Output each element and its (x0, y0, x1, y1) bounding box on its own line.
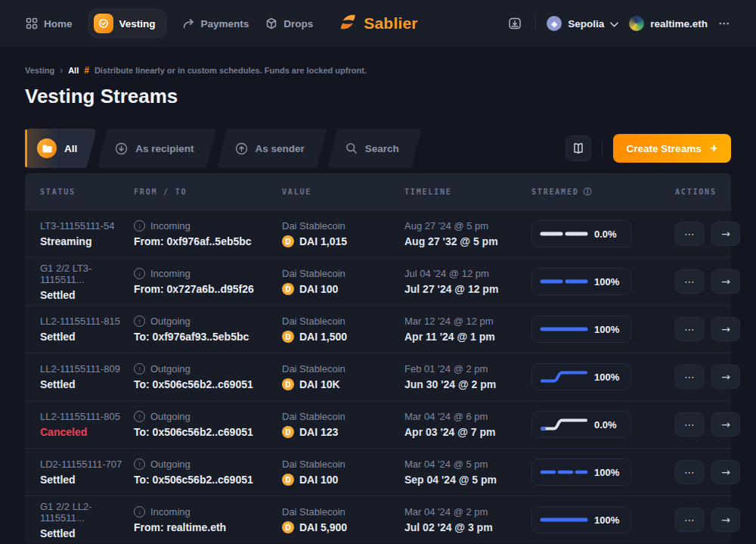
streamed-cell: 100% (531, 316, 649, 343)
from-to-cell: ↑ Outgoing To: 0x506c56b2..c69051 (134, 411, 282, 438)
tab-search[interactable]: Search (327, 129, 422, 168)
create-streams-button[interactable]: Create Streams + (613, 134, 731, 163)
value-cell: Dai Stablecoin D DAI 123 (282, 411, 404, 438)
end-time: Jul 02 '24 @ 3 pm (404, 521, 531, 533)
docs-book-icon[interactable] (565, 135, 591, 161)
status-cell: G1 2/2 LT3-1115511... Settled (40, 263, 134, 301)
timeline-cell: Mar 04 '24 @ 2 pm Jul 02 '24 @ 3 pm (404, 506, 531, 533)
nav-item-vesting[interactable]: Vesting (89, 10, 166, 37)
direction-icon: ↑ (134, 411, 145, 422)
app-root: Home Vesting Payments (0, 0, 756, 544)
row-open-button[interactable]: → (711, 269, 740, 294)
counterparty: To: 0xf976af93..5eb5bc (134, 331, 282, 343)
row-open-button[interactable]: → (711, 222, 740, 246)
timeline-cell: Jul 04 '24 @ 12 pm Jul 27 '24 @ 12 pm (404, 268, 531, 295)
main-content: Vesting › All # Distribute linearly or i… (0, 65, 756, 543)
col-from-to: FROM / TO (134, 188, 282, 196)
nav-links: Home Vesting Payments (26, 10, 313, 37)
row-more-button[interactable]: ⋯ (675, 269, 704, 294)
account-menu[interactable]: realtime.eth (629, 16, 708, 31)
token-amount: DAI 100 (299, 283, 338, 295)
stream-id: LT3-11155111-54 (40, 220, 134, 232)
nav-item-payments[interactable]: Payments (182, 18, 249, 30)
sablier-logo[interactable]: Sablier (338, 12, 417, 35)
row-more-button[interactable]: ⋯ (675, 365, 704, 389)
direction-label: Outgoing (150, 459, 191, 470)
start-time: Jul 04 '24 @ 12 pm (404, 268, 531, 279)
more-options-icon[interactable]: ⋯ (718, 17, 730, 30)
end-time: Jul 27 '24 @ 12 pm (404, 283, 531, 295)
streamed-cell: 0.0% (531, 411, 649, 438)
top-navbar: Home Vesting Payments (0, 0, 756, 47)
row-open-button[interactable]: → (711, 460, 740, 484)
row-more-button[interactable]: ⋯ (675, 508, 704, 532)
plus-icon: + (711, 141, 717, 155)
from-to-cell: ↓ Incoming From: 0x727a6b..d95f26 (134, 268, 282, 295)
value-cell: Dai Stablecoin D DAI 1,015 (282, 220, 404, 247)
token-amount: DAI 10K (299, 378, 340, 390)
actions-cell: ⋯ → (675, 460, 740, 484)
dai-token-icon: D (282, 283, 294, 295)
row-open-button[interactable]: → (711, 317, 740, 341)
tab-as-recipient[interactable]: As recipient (97, 129, 216, 168)
streamed-cell: 100% (531, 459, 649, 486)
breadcrumb-separator-icon: › (60, 65, 63, 76)
row-more-button[interactable]: ⋯ (675, 222, 704, 246)
row-open-button[interactable]: → (711, 365, 740, 389)
nav-item-drops[interactable]: Drops (265, 17, 313, 30)
counterparty: From: realtime.eth (134, 521, 282, 533)
network-selector[interactable]: ◆ Sepolia (547, 16, 618, 31)
nav-item-home[interactable]: Home (26, 17, 73, 30)
streamed-progress: 100% (531, 459, 631, 486)
col-actions: ACTIONS (675, 188, 731, 196)
table-row[interactable]: LT3-11155111-54 Streaming ↓ Incoming Fro… (25, 210, 731, 257)
stream-status: Settled (40, 378, 134, 390)
streamed-percent: 100% (594, 324, 619, 335)
table-row[interactable]: G1 2/2 LT3-1115511... Settled ↓ Incoming… (25, 257, 731, 305)
nav-home-label: Home (44, 18, 73, 30)
table-row[interactable]: LD2-11155111-707 Settled ↑ Outgoing To: … (25, 448, 731, 496)
streamed-progress: 0.0% (531, 220, 631, 247)
tab-all[interactable]: All (25, 129, 97, 168)
arrow-down-circle-icon (115, 142, 128, 155)
start-time: Aug 27 '24 @ 5 pm (404, 220, 531, 232)
row-more-button[interactable]: ⋯ (675, 412, 704, 437)
row-open-button[interactable]: → (711, 412, 740, 437)
streams-table: STATUS FROM / TO VALUE TIMELINE STREAMED… (25, 173, 731, 543)
direction-label: Incoming (150, 506, 191, 518)
end-time: Jun 30 '24 @ 2 pm (404, 378, 531, 390)
row-more-button[interactable]: ⋯ (675, 460, 704, 484)
stream-shape-chart (539, 465, 589, 480)
dai-token-icon: D (282, 235, 294, 247)
timeline-cell: Mar 04 '24 @ 6 pm Apr 03 '24 @ 7 pm (404, 411, 531, 438)
actions-cell: ⋯ → (675, 412, 740, 437)
token-amount: DAI 1,015 (299, 235, 347, 247)
value-cell: Dai Stablecoin D DAI 10K (282, 363, 404, 390)
tab-bar: All As recipient As sender (25, 129, 731, 168)
row-more-button[interactable]: ⋯ (675, 317, 704, 341)
tab-search-label: Search (365, 143, 399, 154)
table-row[interactable]: G1 2/2 LL2-1115511... Settled ↓ Incoming… (25, 496, 731, 543)
row-open-button[interactable]: → (711, 508, 740, 532)
inbox-icon[interactable] (505, 14, 525, 33)
table-row[interactable]: LL2-11155111-805 Canceled ↑ Outgoing To:… (25, 400, 731, 448)
direction-label: Incoming (150, 220, 191, 232)
stream-shape-chart (539, 226, 589, 241)
actions-cell: ⋯ → (675, 508, 740, 532)
actions-cell: ⋯ → (675, 269, 740, 294)
table-row[interactable]: LL2-11155111-809 Settled ↑ Outgoing To: … (25, 353, 731, 400)
breadcrumb-root[interactable]: Vesting (25, 66, 54, 75)
tab-as-sender[interactable]: As sender (217, 129, 327, 168)
streamed-percent: 0.0% (594, 228, 617, 240)
nav-divider (535, 16, 536, 31)
nav-right-controls: ◆ Sepolia realtime.eth ⋯ (505, 14, 730, 33)
direction-icon: ↑ (134, 363, 145, 375)
info-icon[interactable]: ⓘ (584, 186, 593, 197)
nav-payments-label: Payments (201, 18, 249, 30)
streamed-progress: 100% (531, 506, 631, 533)
table-header: STATUS FROM / TO VALUE TIMELINE STREAMED… (25, 173, 731, 210)
start-time: Feb 01 '24 @ 2 pm (404, 363, 531, 375)
streamed-progress: 100% (531, 316, 631, 343)
status-cell: LL2-11155111-815 Settled (40, 316, 134, 343)
table-row[interactable]: LL2-11155111-815 Settled ↑ Outgoing To: … (25, 305, 731, 353)
